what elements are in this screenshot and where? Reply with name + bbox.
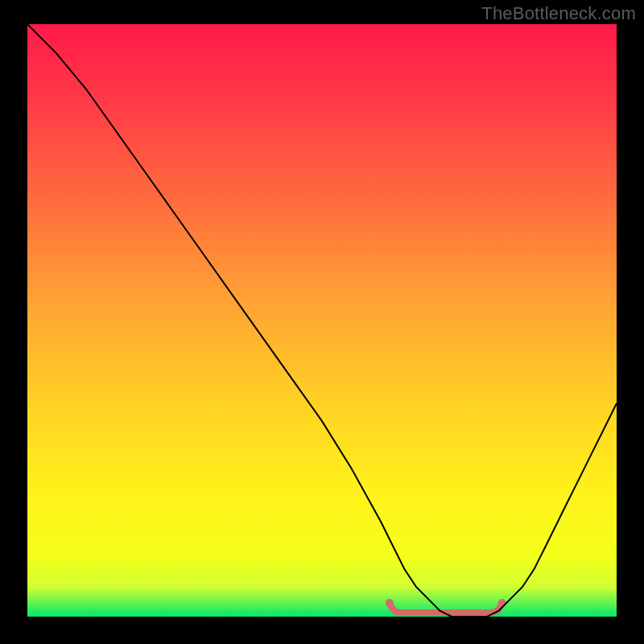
plot-area: [27, 24, 617, 617]
svg-point-1: [498, 599, 506, 607]
svg-point-0: [386, 599, 394, 607]
gradient-background: [27, 24, 617, 617]
chart-svg: [27, 24, 617, 617]
watermark-label: TheBottleneck.com: [481, 3, 636, 24]
chart-frame: TheBottleneck.com: [0, 0, 644, 644]
